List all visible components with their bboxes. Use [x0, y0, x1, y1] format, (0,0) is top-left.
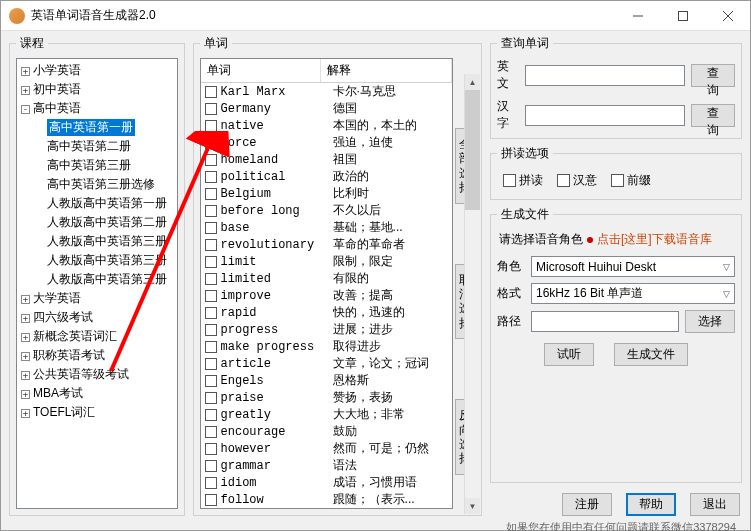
- help-button[interactable]: 帮助: [626, 493, 676, 516]
- table-row[interactable]: progress进展；进步: [201, 321, 452, 338]
- query-en-button[interactable]: 查询: [691, 64, 735, 87]
- col-word[interactable]: 单词: [201, 59, 321, 82]
- table-row[interactable]: greatly大大地；非常: [201, 406, 452, 423]
- role-combo[interactable]: Microsoft Huihui Deskt▽: [531, 256, 735, 277]
- row-checkbox[interactable]: [205, 273, 217, 285]
- expand-icon[interactable]: +: [21, 333, 30, 342]
- row-checkbox[interactable]: [205, 103, 217, 115]
- tree-item[interactable]: 人教版高中英语第三册: [19, 232, 175, 251]
- tree-item[interactable]: +大学英语: [19, 289, 175, 308]
- tree-item[interactable]: +四六级考试: [19, 308, 175, 327]
- en-input[interactable]: [525, 65, 685, 86]
- tree-item[interactable]: +新概念英语词汇: [19, 327, 175, 346]
- tree-item[interactable]: +公共英语等级考试: [19, 365, 175, 384]
- tree-item[interactable]: 高中英语第二册: [19, 137, 175, 156]
- maximize-button[interactable]: [660, 1, 705, 30]
- tree-item[interactable]: 高中英语第三册: [19, 156, 175, 175]
- row-checkbox[interactable]: [205, 222, 217, 234]
- spell-option[interactable]: 前缀: [611, 172, 651, 189]
- row-checkbox[interactable]: [205, 307, 217, 319]
- row-checkbox[interactable]: [205, 443, 217, 455]
- minimize-button[interactable]: [615, 1, 660, 30]
- table-row[interactable]: praise赞扬，表扬: [201, 389, 452, 406]
- expand-icon[interactable]: +: [21, 67, 30, 76]
- table-row[interactable]: base基础；基地...: [201, 219, 452, 236]
- table-row[interactable]: grammar语法: [201, 457, 452, 474]
- table-row[interactable]: make progress取得进步: [201, 338, 452, 355]
- expand-icon[interactable]: -: [21, 105, 30, 114]
- row-checkbox[interactable]: [205, 375, 217, 387]
- generate-button[interactable]: 生成文件: [614, 343, 688, 366]
- row-checkbox[interactable]: [205, 205, 217, 217]
- table-row[interactable]: however然而，可是；仍然: [201, 440, 452, 457]
- table-row[interactable]: encourage鼓励: [201, 423, 452, 440]
- table-row[interactable]: improve改善；提高: [201, 287, 452, 304]
- table-row[interactable]: Karl Marx卡尔·马克思: [201, 83, 452, 100]
- tree-item[interactable]: 人教版高中英语第三册: [19, 251, 175, 270]
- table-row[interactable]: force强迫，迫使: [201, 134, 452, 151]
- row-checkbox[interactable]: [205, 256, 217, 268]
- checkbox[interactable]: [503, 174, 516, 187]
- table-row[interactable]: follow跟随；（表示...: [201, 491, 452, 508]
- expand-icon[interactable]: +: [21, 352, 30, 361]
- close-button[interactable]: [705, 1, 750, 30]
- row-checkbox[interactable]: [205, 188, 217, 200]
- row-checkbox[interactable]: [205, 392, 217, 404]
- row-checkbox[interactable]: [205, 137, 217, 149]
- row-checkbox[interactable]: [205, 341, 217, 353]
- table-row[interactable]: before long不久以后: [201, 202, 452, 219]
- table-row[interactable]: Belgium比利时: [201, 185, 452, 202]
- table-row[interactable]: rapid快的，迅速的: [201, 304, 452, 321]
- row-checkbox[interactable]: [205, 290, 217, 302]
- tree-item[interactable]: +TOEFL词汇: [19, 403, 175, 422]
- table-row[interactable]: limit限制，限定: [201, 253, 452, 270]
- exit-button[interactable]: 退出: [690, 493, 740, 516]
- table-row[interactable]: limited有限的: [201, 270, 452, 287]
- table-row[interactable]: Engels恩格斯: [201, 372, 452, 389]
- download-voice-link[interactable]: 点击[这里]下载语音库: [597, 232, 712, 246]
- table-row[interactable]: idiom成语，习惯用语: [201, 474, 452, 491]
- table-row[interactable]: article文章，论文；冠词: [201, 355, 452, 372]
- tree-item[interactable]: +小学英语: [19, 61, 175, 80]
- tree-item[interactable]: +MBA考试: [19, 384, 175, 403]
- table-row[interactable]: revolutionary革命的革命者: [201, 236, 452, 253]
- expand-icon[interactable]: +: [21, 314, 30, 323]
- row-checkbox[interactable]: [205, 120, 217, 132]
- course-tree[interactable]: +小学英语+初中英语-高中英语高中英语第一册高中英语第二册高中英语第三册高中英语…: [16, 58, 178, 509]
- tree-item[interactable]: 高中英语第三册选修: [19, 175, 175, 194]
- checkbox[interactable]: [557, 174, 570, 187]
- row-checkbox[interactable]: [205, 324, 217, 336]
- tree-item[interactable]: +职称英语考试: [19, 346, 175, 365]
- format-combo[interactable]: 16kHz 16 Bit 单声道▽: [531, 283, 735, 304]
- table-row[interactable]: political政治的: [201, 168, 452, 185]
- tree-item[interactable]: +初中英语: [19, 80, 175, 99]
- row-checkbox[interactable]: [205, 460, 217, 472]
- row-checkbox[interactable]: [205, 477, 217, 489]
- table-row[interactable]: native本国的，本土的: [201, 117, 452, 134]
- spell-option[interactable]: 拼读: [503, 172, 543, 189]
- table-row[interactable]: homeland祖国: [201, 151, 452, 168]
- tree-item[interactable]: 人教版高中英语第一册: [19, 194, 175, 213]
- tree-item[interactable]: 人教版高中英语第三册: [19, 270, 175, 289]
- checkbox[interactable]: [611, 174, 624, 187]
- row-checkbox[interactable]: [205, 86, 217, 98]
- register-button[interactable]: 注册: [562, 493, 612, 516]
- row-checkbox[interactable]: [205, 239, 217, 251]
- spell-option[interactable]: 汉意: [557, 172, 597, 189]
- cn-input[interactable]: [525, 105, 685, 126]
- expand-icon[interactable]: +: [21, 86, 30, 95]
- words-body[interactable]: Karl Marx卡尔·马克思Germany德国native本国的，本土的for…: [201, 83, 452, 509]
- row-checkbox[interactable]: [205, 426, 217, 438]
- preview-button[interactable]: 试听: [544, 343, 594, 366]
- tree-item[interactable]: 人教版高中英语第二册: [19, 213, 175, 232]
- table-row[interactable]: Germany德国: [201, 100, 452, 117]
- expand-icon[interactable]: +: [21, 390, 30, 399]
- path-browse-button[interactable]: 选择: [685, 310, 735, 333]
- row-checkbox[interactable]: [205, 409, 217, 421]
- col-meaning[interactable]: 解释: [321, 59, 452, 82]
- row-checkbox[interactable]: [205, 358, 217, 370]
- tree-item[interactable]: -高中英语: [19, 99, 175, 118]
- row-checkbox[interactable]: [205, 171, 217, 183]
- path-input[interactable]: [531, 311, 679, 332]
- row-checkbox[interactable]: [205, 494, 217, 506]
